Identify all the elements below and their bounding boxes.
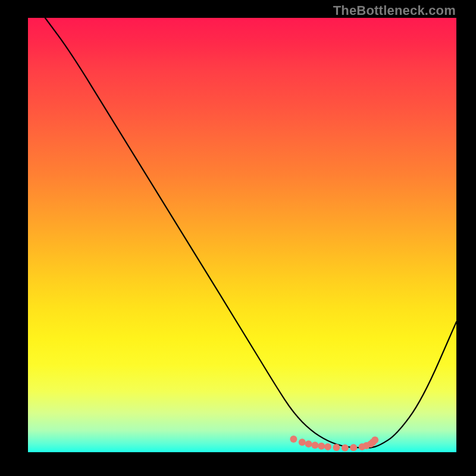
marker-dot <box>311 441 318 449</box>
marker-dot <box>371 437 378 444</box>
chart-frame: TheBottleneck.com <box>0 0 476 476</box>
plot-area <box>28 18 456 452</box>
marker-dot <box>342 444 349 452</box>
marker-dot <box>324 443 331 450</box>
marker-dot <box>299 439 306 446</box>
marker-dot <box>318 443 325 450</box>
marker-dot <box>350 444 357 451</box>
bottleneck-curve <box>45 18 456 448</box>
chart-svg <box>28 18 456 452</box>
watermark-text: TheBottleneck.com <box>333 3 456 18</box>
marker-dot <box>305 440 312 447</box>
marker-dot <box>333 444 340 451</box>
marker-dot <box>290 436 297 443</box>
